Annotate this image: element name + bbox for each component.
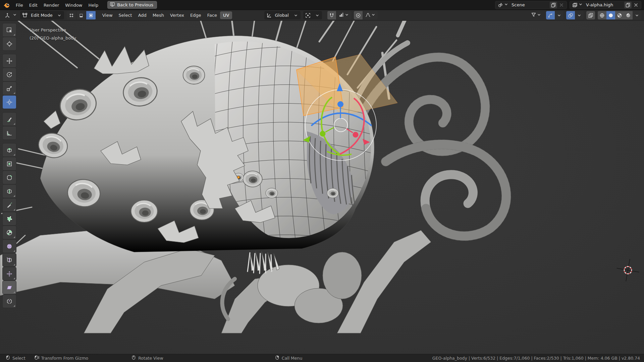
tool-loop-cut[interactable] bbox=[3, 185, 16, 198]
tool-edge-slide[interactable] bbox=[3, 253, 16, 266]
topbar-menu-help[interactable]: Help bbox=[86, 2, 102, 9]
hint-label: Select bbox=[12, 356, 25, 361]
active-vertex[interactable] bbox=[237, 176, 240, 179]
tool-bevel[interactable] bbox=[3, 171, 16, 184]
tool-shrink-fatten[interactable] bbox=[3, 267, 16, 280]
tool-measure[interactable] bbox=[3, 126, 16, 139]
mode-label: Edit Mode bbox=[30, 13, 55, 18]
shading-rendered-button[interactable] bbox=[624, 11, 633, 19]
edge-select-button[interactable] bbox=[76, 11, 86, 19]
falloff-chevron-icon bbox=[371, 12, 376, 19]
mouse-drag-icon bbox=[34, 355, 39, 361]
topbar-menu-window[interactable]: Window bbox=[62, 2, 85, 9]
filter-funnel-icon bbox=[531, 12, 536, 19]
gizmo-settings-dropdown[interactable] bbox=[555, 11, 564, 19]
snap-toggle-button[interactable] bbox=[327, 11, 336, 19]
view-layer-chevron-icon[interactable] bbox=[578, 2, 583, 8]
view-layer-copy-button[interactable] bbox=[624, 2, 632, 8]
viewport-menu-select[interactable]: Select bbox=[116, 11, 135, 19]
falloff-curve-icon bbox=[365, 12, 371, 19]
tool-inset-faces[interactable] bbox=[3, 157, 16, 170]
header-center-cluster: Global bbox=[264, 11, 377, 19]
shading-settings-dropdown[interactable] bbox=[633, 11, 641, 19]
vertex-select-button[interactable] bbox=[67, 11, 76, 19]
tool-extrude[interactable] bbox=[3, 143, 16, 157]
viewport-menu-view[interactable]: View bbox=[99, 11, 116, 19]
editor-chevron-icon bbox=[12, 12, 17, 19]
topbar-menu-render[interactable]: Render bbox=[41, 2, 62, 9]
tool-spin[interactable] bbox=[3, 226, 16, 239]
3d-cursor bbox=[615, 257, 641, 284]
blender-logo-icon[interactable] bbox=[3, 1, 11, 9]
pivot-point-dropdown[interactable] bbox=[303, 11, 322, 19]
pivot-center-icon bbox=[303, 11, 313, 19]
mouse-left-icon bbox=[5, 355, 10, 361]
viewport-3d[interactable]: User Perspective (20) GEO-alpha_body bbox=[0, 21, 644, 354]
mesh-select-mode-buttons bbox=[67, 11, 96, 19]
topbar: FileEditRenderWindowHelp Back to Previou… bbox=[0, 0, 644, 10]
back-button-label: Back to Previous bbox=[117, 2, 153, 7]
scene-icon bbox=[497, 2, 503, 8]
tool-poly-build[interactable] bbox=[3, 212, 16, 225]
viewport-canvas[interactable] bbox=[0, 21, 644, 354]
statusbar-hints: SelectTransform From GizmoRotate ViewCal… bbox=[0, 355, 302, 361]
tool-box-select[interactable] bbox=[3, 23, 16, 37]
mode-dropdown[interactable]: Edit Mode bbox=[20, 11, 64, 19]
xray-toggle[interactable] bbox=[586, 11, 595, 19]
scene-copy-button[interactable] bbox=[550, 2, 557, 8]
tool-shear[interactable] bbox=[3, 281, 16, 294]
viewport-menu-face[interactable]: Face bbox=[204, 11, 220, 19]
shading-solid-button[interactable] bbox=[606, 11, 615, 19]
orientation-label: Global bbox=[274, 13, 291, 18]
topbar-menus: FileEditRenderWindowHelp bbox=[13, 2, 101, 8]
tool-rotate[interactable] bbox=[3, 68, 16, 81]
tool-move[interactable] bbox=[3, 54, 16, 67]
snap-chevron-icon bbox=[344, 12, 350, 19]
statusbar-hint-select: Select bbox=[5, 355, 25, 361]
overlays-settings-dropdown[interactable] bbox=[575, 11, 584, 19]
tool-rip-region[interactable] bbox=[3, 295, 16, 308]
viewport-menu-add[interactable]: Add bbox=[135, 11, 150, 19]
tool-smooth[interactable] bbox=[3, 240, 16, 253]
back-to-previous-button[interactable]: Back to Previous bbox=[107, 1, 157, 9]
statusbar-hint-transform-from-gizmo: Transform From Gizmo bbox=[34, 355, 89, 361]
statusbar-stats: GEO-alpha_body | Verts:6/532 | Edges:7/1… bbox=[432, 356, 640, 361]
proportional-falloff-dropdown[interactable] bbox=[364, 11, 378, 19]
edit-mode-icon bbox=[20, 11, 30, 19]
transform-orientation-dropdown[interactable]: Global bbox=[264, 11, 300, 19]
mouse-right-icon bbox=[275, 355, 280, 361]
shading-wireframe-button[interactable] bbox=[598, 11, 606, 19]
tool-annotate[interactable] bbox=[3, 113, 16, 126]
tool-transform[interactable] bbox=[3, 96, 16, 109]
scene-selector[interactable]: Scene bbox=[495, 1, 567, 9]
face-select-button[interactable] bbox=[86, 11, 96, 19]
creature-model bbox=[0, 21, 506, 333]
topbar-menu-edit[interactable]: Edit bbox=[26, 2, 41, 9]
show-object-types-dropdown[interactable] bbox=[529, 11, 543, 19]
snap-settings-dropdown[interactable] bbox=[337, 11, 351, 19]
scene-close-icon bbox=[558, 2, 565, 8]
view-layer-close-button[interactable] bbox=[632, 2, 640, 8]
tool-cursor[interactable] bbox=[3, 37, 16, 50]
statusbar-hint-call-menu: Call Menu bbox=[275, 355, 303, 361]
show-overlays-toggle[interactable] bbox=[566, 11, 575, 19]
scene-name[interactable]: Scene bbox=[509, 2, 549, 7]
proportional-editing-button[interactable] bbox=[354, 11, 363, 19]
shading-material-button[interactable] bbox=[615, 11, 624, 19]
tool-knife[interactable] bbox=[3, 198, 16, 212]
viewport-menu-uv[interactable]: UV bbox=[220, 11, 232, 19]
viewport-menu-edge[interactable]: Edge bbox=[187, 11, 204, 19]
view-layer-selector[interactable]: V-alpha.high bbox=[570, 1, 641, 9]
viewport-menu-mesh[interactable]: Mesh bbox=[150, 11, 167, 19]
topbar-menu-file[interactable]: File bbox=[13, 2, 26, 9]
viewport-menu-vertex[interactable]: Vertex bbox=[167, 11, 187, 19]
blender-window: FileEditRenderWindowHelp Back to Previou… bbox=[0, 0, 644, 362]
snap-increment-icon bbox=[339, 12, 344, 19]
mode-chevron-icon bbox=[55, 11, 64, 19]
pivot-chevron-icon bbox=[313, 11, 322, 19]
editor-type-selector[interactable] bbox=[3, 11, 17, 19]
tool-scale[interactable] bbox=[3, 82, 16, 95]
scene-chevron-icon[interactable] bbox=[503, 2, 509, 8]
show-gizmo-toggle[interactable] bbox=[546, 11, 555, 19]
view-layer-name[interactable]: V-alpha.high bbox=[583, 2, 624, 7]
